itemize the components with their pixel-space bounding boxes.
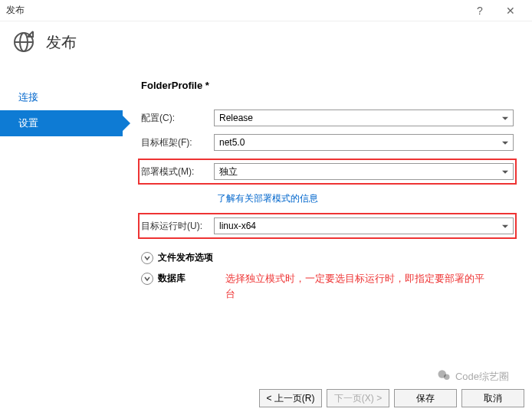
wechat-icon (437, 368, 451, 384)
sidebar-item-label: 连接 (18, 91, 38, 103)
cancel-button[interactable]: 取消 (461, 389, 524, 407)
label-configuration: 配置(C): (141, 112, 214, 125)
svg-point-5 (444, 374, 450, 381)
annotation-text: 选择独立模式时，一定要选目标运行时，即指定要部署的平台 (225, 271, 494, 301)
select-value: net5.0 (219, 137, 245, 148)
dialog-footer: < 上一页(R) 下一页(X) > 保存 取消 (259, 389, 524, 407)
expander-file-publish[interactable]: 文件发布选项 (141, 251, 514, 264)
main-panel: FolderProfile * 配置(C): Release 目标框架(F): … (123, 67, 532, 374)
sidebar-item-settings[interactable]: 设置 (0, 110, 123, 136)
deploy-info-link[interactable]: 了解有关部署模式的信息 (217, 193, 318, 204)
sidebar: 连接 设置 (0, 67, 123, 374)
label-deploy-mode: 部署模式(M): (141, 165, 214, 178)
row-deploy-mode: 部署模式(M): 独立 (138, 159, 517, 185)
chevron-down-icon (141, 273, 153, 285)
window-title: 发布 (6, 4, 465, 17)
select-value: Release (219, 113, 253, 123)
select-value: linux-x64 (219, 221, 256, 231)
select-runtime[interactable]: linux-x64 (214, 217, 514, 234)
select-value: 独立 (219, 165, 238, 178)
publish-icon (12, 31, 35, 54)
label-runtime: 目标运行时(U): (141, 220, 214, 233)
page-title: 发布 (46, 32, 77, 53)
next-button[interactable]: 下一页(X) > (327, 389, 389, 407)
watermark: Code综艺圈 (437, 368, 509, 384)
prev-button[interactable]: < 上一页(R) (259, 389, 322, 407)
row-framework: 目标框架(F): net5.0 (141, 134, 514, 151)
profile-title: FolderProfile * (141, 80, 514, 91)
chevron-down-icon (141, 252, 153, 264)
help-button[interactable]: ? (465, 0, 495, 21)
sidebar-item-connection[interactable]: 连接 (0, 84, 123, 110)
label-framework: 目标框架(F): (141, 136, 214, 149)
select-deploy-mode[interactable]: 独立 (214, 163, 514, 180)
sidebar-item-label: 设置 (18, 117, 38, 129)
titlebar: 发布 ? ✕ (0, 0, 532, 21)
row-configuration: 配置(C): Release (141, 110, 514, 126)
select-configuration[interactable]: Release (214, 110, 514, 126)
dialog-header: 发布 (0, 21, 532, 67)
close-button[interactable]: ✕ (495, 0, 526, 21)
row-runtime: 目标运行时(U): linux-x64 (138, 213, 517, 239)
deploy-info-link-row: 了解有关部署模式的信息 (217, 192, 514, 205)
select-framework[interactable]: net5.0 (214, 134, 514, 151)
expander-label: 文件发布选项 (158, 251, 213, 264)
watermark-text: Code综艺圈 (455, 370, 509, 384)
save-button[interactable]: 保存 (394, 389, 457, 407)
expander-label: 数据库 (158, 272, 186, 285)
